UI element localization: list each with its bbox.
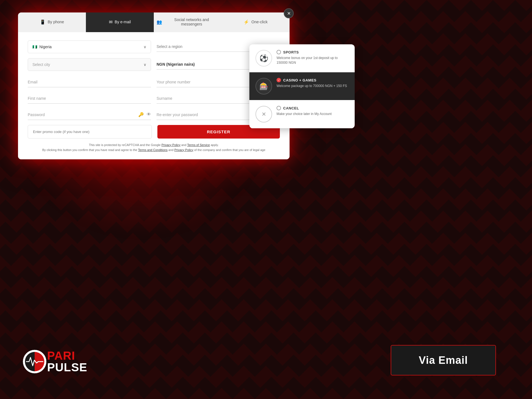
casino-radio[interactable]: ✓ bbox=[277, 78, 281, 82]
firstname-col bbox=[28, 92, 151, 104]
cancel-radio-row: CANCEL bbox=[277, 106, 349, 110]
country-flag: 🇳🇬 bbox=[32, 45, 37, 49]
casino-bonus-content: ✓ CASINO + GAMES Welcome package up to 7… bbox=[277, 78, 349, 88]
via-email-box: Via Email bbox=[391, 345, 496, 375]
cancel-radio[interactable] bbox=[277, 106, 281, 110]
email-icon: ✉ bbox=[109, 19, 112, 25]
casino-icon-circle: 🎰 bbox=[255, 78, 272, 94]
password-col: 🔑 👁 bbox=[28, 109, 151, 120]
country-region-row: 🇳🇬 Nigeria ∨ bbox=[28, 40, 280, 53]
city-currency-row: Select city ∨ NGN (Nigerian naira) bbox=[28, 58, 280, 71]
tos-link[interactable]: Terms of Service bbox=[187, 143, 210, 147]
city-chevron-icon: ∨ bbox=[144, 62, 146, 67]
tab-phone[interactable]: 📱 By phone bbox=[18, 12, 86, 32]
email-input[interactable] bbox=[28, 76, 151, 87]
social-icon: 👥 bbox=[157, 19, 162, 25]
name-row bbox=[28, 92, 280, 104]
sports-bonus-content: SPORTS Welcome bonus on your 1st deposit… bbox=[277, 50, 349, 65]
city-placeholder-text: Select city bbox=[32, 62, 50, 67]
casino-title: CASINO + GAMES bbox=[283, 78, 316, 82]
email-phone-row bbox=[28, 76, 280, 87]
footer-line2: By clicking this button you confirm that… bbox=[42, 148, 138, 152]
footer-line1: This site is protected by reCAPTCHA and … bbox=[89, 143, 162, 147]
privacy-policy-link1[interactable]: Privacy Policy bbox=[162, 143, 180, 147]
footer-and2: and bbox=[168, 148, 174, 152]
tab-oneclick-label: One-click bbox=[251, 20, 267, 24]
casino-desc: Welcome package up to 700000 NGN + 150 F… bbox=[277, 84, 349, 88]
cancel-bonus-content: CANCEL Make your choice later in My Acco… bbox=[277, 106, 349, 116]
registration-modal: ✕ 📱 By phone ✉ By e-mail 👥 Social networ… bbox=[18, 12, 290, 159]
promo-input[interactable] bbox=[28, 125, 152, 139]
footer-disclaimer: This site is protected by reCAPTCHA and … bbox=[28, 143, 280, 152]
bonus-panel: ⚽ SPORTS Welcome bonus on your 1st depos… bbox=[249, 44, 355, 128]
country-col: 🇳🇬 Nigeria ∨ bbox=[28, 40, 151, 53]
sports-title: SPORTS bbox=[283, 50, 299, 54]
country-chevron-icon: ∨ bbox=[144, 45, 146, 49]
country-value: Nigeria bbox=[39, 45, 144, 49]
promo-register-row: REGISTER bbox=[28, 125, 280, 139]
email-col bbox=[28, 76, 151, 87]
phone-icon: 📱 bbox=[40, 19, 45, 25]
city-col: Select city ∨ bbox=[28, 58, 151, 71]
city-dropdown[interactable]: Select city ∨ bbox=[28, 58, 151, 71]
cancel-icon-circle: ✕ bbox=[255, 106, 272, 122]
tab-email[interactable]: ✉ By e-mail bbox=[86, 12, 154, 32]
tab-social-label: Social networks and messengers bbox=[164, 17, 219, 26]
footer-and: and bbox=[180, 143, 187, 147]
cancel-desc: Make your choice later in My Account bbox=[277, 112, 349, 116]
eye-icon[interactable]: 👁 bbox=[147, 112, 151, 117]
tab-oneclick[interactable]: ⚡ One-click bbox=[222, 12, 290, 32]
casino-radio-row: ✓ CASINO + GAMES bbox=[277, 78, 349, 82]
paripulse-logo-icon bbox=[22, 349, 47, 374]
oneclick-icon: ⚡ bbox=[244, 19, 249, 25]
terms-link[interactable]: Terms and Conditions bbox=[138, 148, 167, 152]
password-input[interactable] bbox=[28, 109, 151, 120]
bonus-item-cancel[interactable]: ✕ CANCEL Make your choice later in My Ac… bbox=[249, 100, 355, 128]
bonus-item-sports[interactable]: ⚽ SPORTS Welcome bonus on your 1st depos… bbox=[249, 44, 355, 72]
password-icons: 🔑 👁 bbox=[138, 112, 151, 117]
logo-text: PARI PULSE bbox=[47, 350, 87, 373]
close-button[interactable]: ✕ bbox=[284, 8, 294, 18]
sports-icon-circle: ⚽ bbox=[255, 50, 272, 66]
footer-company: of the company and confirm that you are … bbox=[193, 148, 265, 152]
country-dropdown[interactable]: 🇳🇬 Nigeria ∨ bbox=[28, 40, 151, 53]
cancel-title: CANCEL bbox=[283, 106, 299, 110]
sports-desc: Welcome bonus on your 1st deposit up to … bbox=[277, 56, 349, 65]
privacy-policy-link2[interactable]: Privacy Policy bbox=[174, 148, 193, 152]
via-email-label: Via Email bbox=[419, 354, 468, 366]
key-icon[interactable]: 🔑 bbox=[138, 112, 144, 117]
tab-social[interactable]: 👥 Social networks and messengers bbox=[154, 12, 222, 32]
tab-phone-label: By phone bbox=[48, 20, 64, 24]
footer-apply: apply. bbox=[210, 143, 219, 147]
bonus-item-casino[interactable]: 🎰 ✓ CASINO + GAMES Welcome package up to… bbox=[249, 72, 355, 100]
tab-email-label: By e-mail bbox=[115, 20, 131, 24]
logo-pulse: PULSE bbox=[47, 362, 87, 373]
sports-radio-row: SPORTS bbox=[277, 50, 349, 54]
sports-radio[interactable] bbox=[277, 50, 281, 54]
form-area: 🇳🇬 Nigeria ∨ Select city ∨ NGN (Nigerian… bbox=[18, 32, 290, 159]
firstname-input[interactable] bbox=[28, 92, 151, 104]
logo-pari: PARI bbox=[47, 350, 87, 362]
logo-area: PARI PULSE bbox=[22, 349, 87, 374]
password-row: 🔑 👁 bbox=[28, 109, 280, 120]
registration-tabs: 📱 By phone ✉ By e-mail 👥 Social networks… bbox=[18, 12, 290, 32]
